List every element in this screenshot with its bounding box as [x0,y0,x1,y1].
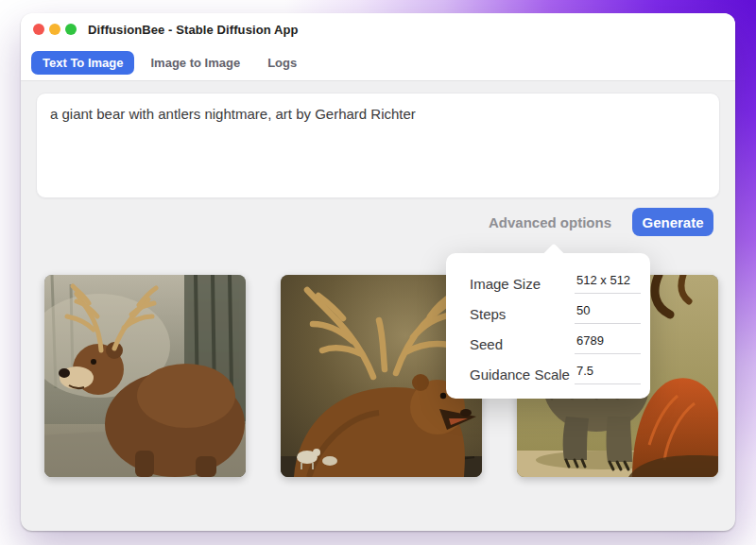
generation-controls: Advanced options Generate [489,208,713,236]
tab-text-to-image[interactable]: Text To Image [31,51,134,75]
image-size-row: Image Size [470,268,641,298]
tab-bar: Text To Image Image to Image Logs [21,45,735,81]
traffic-lights [33,24,77,35]
title-bar: DiffusionBee - Stable Diffusion App [21,13,735,45]
generate-button[interactable]: Generate [632,208,713,236]
desktop-background: DiffusionBee - Stable Diffusion App Text… [0,0,756,545]
window-title: DiffusionBee - Stable Diffusion App [88,23,299,37]
steps-row: Steps [470,298,641,329]
image-size-input[interactable] [575,273,641,294]
advanced-options-link[interactable]: Advanced options [489,214,611,230]
advanced-options-popover: Image Size Steps Seed Guidance Scale [446,253,650,399]
result-image-1[interactable] [44,275,246,477]
app-window: DiffusionBee - Stable Diffusion App Text… [21,13,735,531]
popover-arrow [543,244,565,265]
close-button[interactable] [33,24,44,35]
minimize-button[interactable] [49,24,60,35]
steps-input[interactable] [575,303,641,324]
main-content: a giant bear with antlers nightmare, art… [21,81,735,531]
seed-row: Seed [470,329,641,359]
prompt-container: a giant bear with antlers nightmare, art… [36,93,720,198]
prompt-input[interactable]: a giant bear with antlers nightmare, art… [36,93,720,198]
guidance-scale-input[interactable] [575,364,641,384]
guidance-scale-label: Guidance Scale [470,366,570,383]
steps-label: Steps [470,306,506,322]
tab-logs[interactable]: Logs [256,51,308,75]
seed-input[interactable] [575,333,641,354]
result-painting-misty-forest-bear [44,275,246,477]
seed-label: Seed [470,336,503,352]
guidance-scale-row: Guidance Scale [470,359,641,389]
zoom-button[interactable] [65,24,77,35]
image-size-label: Image Size [470,276,541,292]
tab-image-to-image[interactable]: Image to Image [139,51,251,75]
